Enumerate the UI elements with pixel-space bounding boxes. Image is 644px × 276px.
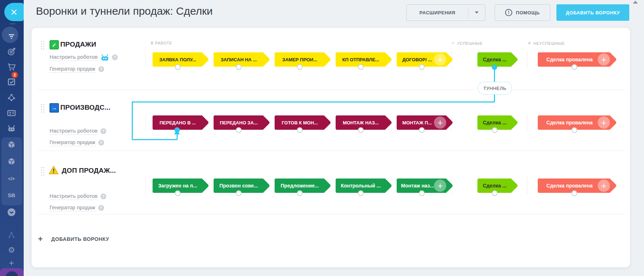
sidebar-item-code[interactable]: </> — [6, 173, 17, 184]
sidebar-item-contacts[interactable] — [6, 107, 17, 119]
stage-connection-point[interactable] — [358, 127, 364, 133]
stage-connection-point[interactable] — [571, 64, 577, 70]
sales-generator-link[interactable]: Генератор продаж ? — [50, 66, 104, 73]
configure-robots-link[interactable]: Настроить роботов ? — [50, 54, 118, 61]
sidebar-item-module-2[interactable] — [6, 156, 17, 167]
sidebar-item-add[interactable]: + — [6, 257, 17, 269]
sidebar-item-structure[interactable] — [6, 229, 17, 241]
tunnel-source-point[interactable] — [492, 65, 497, 70]
stage-connection-point[interactable] — [571, 127, 577, 133]
sidebar-item-funnel[interactable] — [6, 30, 17, 42]
stage-chevron[interactable]: ГОТОВ К МОН... — [275, 115, 325, 130]
stage-chevron[interactable]: МОНТАЖ П... + — [397, 115, 447, 130]
funnel-drag-handle[interactable] — [41, 40, 45, 49]
tunnel-target-point[interactable] — [174, 127, 180, 133]
stage-connection-point[interactable] — [358, 64, 364, 70]
add-stage-button[interactable]: + — [434, 53, 446, 66]
help-question-icon[interactable]: ? — [98, 140, 104, 146]
fail-stage-chevron[interactable]: Сделка провалена + — [538, 179, 611, 193]
page-title: Воронки и туннели продаж: Сделки — [36, 5, 213, 17]
stage-connection-point[interactable] — [419, 64, 425, 70]
stage-chevron[interactable]: КП ОТПРАВЛЕ... — [336, 52, 386, 67]
sales-generator-label: Генератор продаж — [50, 204, 95, 211]
close-menu-button[interactable] — [4, 3, 24, 21]
add-funnel-button[interactable]: ДОБАВИТЬ ВОРОНКУ — [556, 4, 629, 21]
add-stage-button[interactable]: + — [598, 116, 610, 129]
add-stage-button[interactable]: + — [434, 116, 446, 129]
add-stage-button[interactable]: + — [598, 180, 610, 192]
stage-connection-point[interactable] — [175, 190, 181, 196]
funnel-drag-handle[interactable] — [41, 166, 45, 176]
target-icon — [7, 47, 16, 56]
stage-chevron[interactable]: ПЕРЕДАНО ЗА... — [214, 115, 264, 130]
stage-chevron[interactable]: МОНТАЖ НАЗ... — [336, 115, 386, 130]
sidebar-item-crm[interactable] — [6, 46, 17, 57]
column-separator — [145, 51, 146, 68]
stage-chevron[interactable]: Контрольный ... — [336, 179, 386, 193]
funnel-title[interactable]: ПРОИЗВОДС... — [60, 103, 111, 112]
stage-connection-point[interactable] — [297, 127, 303, 133]
scrollbar-up-arrow[interactable] — [633, 1, 638, 4]
stage-chevron[interactable]: ДОГОВОР/ ... + — [397, 52, 447, 67]
funnel-drag-handle[interactable] — [41, 103, 45, 113]
sidebar-item-expand[interactable] — [6, 206, 17, 218]
network-icon — [7, 93, 16, 102]
tunnel-label: ТУННЕЛЬ — [483, 86, 506, 91]
stage-connection-point[interactable] — [236, 190, 242, 196]
stage-chevron[interactable]: Загружен на п... — [153, 179, 203, 193]
help-button[interactable]: ! ПОМОЩЬ — [495, 4, 550, 21]
sales-generator-link[interactable]: Генератор продаж ? — [50, 204, 104, 211]
stage-connection-point[interactable] — [236, 64, 242, 70]
sales-generator-label: Генератор продаж — [50, 139, 95, 146]
tasks-counter-badge: 2 — [11, 72, 18, 78]
sidebar-item-settings[interactable]: ⚙ — [6, 244, 17, 256]
extensions-label: РАСШИРЕНИЯ — [407, 10, 468, 15]
extensions-dropdown-toggle[interactable] — [468, 11, 485, 14]
stage-chevron[interactable]: Прозвон сове... — [214, 179, 264, 193]
stage-connection-point[interactable] — [571, 190, 577, 196]
stage-chevron[interactable]: Монтаж наз... + — [397, 179, 447, 193]
funnel-title[interactable]: ПРОДАЖИ — [60, 40, 96, 49]
stage-connection-point[interactable] — [419, 127, 425, 133]
funnel-status-icon: ✓ — [50, 40, 59, 49]
stage-chevron[interactable]: ЗАЯВКА ПОЛУ... — [153, 52, 203, 67]
stage-connection-point[interactable] — [297, 190, 303, 196]
fail-stage-chevron[interactable]: Сделка провалена + — [538, 115, 611, 130]
stage-connection-point[interactable] — [175, 64, 181, 70]
stage-connection-point[interactable] — [492, 190, 498, 196]
add-stage-button[interactable]: + — [434, 180, 446, 192]
sidebar-item-module-1[interactable] — [6, 139, 17, 151]
tunnel-pill[interactable]: ТУННЕЛЬ — [478, 82, 512, 95]
stage-connection-point[interactable] — [358, 190, 364, 196]
help-question-icon[interactable]: ? — [98, 66, 104, 72]
help-question-icon[interactable]: ? — [98, 205, 104, 211]
help-question-icon[interactable]: ? — [101, 128, 106, 134]
sidebar: 2 — [0, 0, 24, 276]
stage-chevron[interactable]: ЗАМЕР ПРОИ... — [275, 52, 325, 67]
stage-chevron[interactable]: Предложение... — [275, 179, 325, 193]
sidebar-item-network[interactable] — [6, 92, 17, 103]
tunnel-line-horizontal — [132, 101, 495, 103]
stage-chevron[interactable]: ЗАПИСАН НА ... — [214, 52, 264, 67]
sidebar-item-robots[interactable] — [6, 123, 17, 134]
help-question-icon[interactable]: ? — [112, 54, 118, 60]
stage-connection-point[interactable] — [297, 64, 303, 70]
sidebar-item-shop[interactable] — [6, 61, 17, 73]
funnel-title[interactable]: ДОП ПРОДАЖ... — [62, 166, 116, 175]
extensions-button[interactable]: РАСШИРЕНИЯ — [406, 4, 485, 21]
configure-robots-link[interactable]: Настроить роботов ? — [50, 193, 106, 200]
add-funnel-link[interactable]: + ДОБАВИТЬ ВОРОНКУ — [38, 235, 109, 243]
stage-connection-point[interactable] — [236, 127, 242, 133]
configure-robots-link[interactable]: Настроить роботов ? — [50, 128, 106, 135]
sales-generator-link[interactable]: Генератор продаж ? — [50, 139, 104, 146]
help-question-icon[interactable]: ? — [101, 194, 106, 199]
stage-connection-point[interactable] — [492, 127, 498, 133]
success-stage-chevron[interactable]: Сделка ... — [477, 115, 512, 130]
column-header-successful: ✓ УСПЕШНЫЕ — [452, 41, 483, 46]
sidebar-item-sb[interactable]: SB — [6, 189, 17, 201]
tunnel-line-vertical — [132, 101, 133, 140]
stage-connection-point[interactable] — [419, 190, 425, 196]
add-stage-button[interactable]: + — [598, 53, 610, 66]
fail-stage-chevron[interactable]: Сделка провалена + — [538, 52, 611, 67]
success-stage-chevron[interactable]: Сделка ... — [477, 179, 512, 193]
